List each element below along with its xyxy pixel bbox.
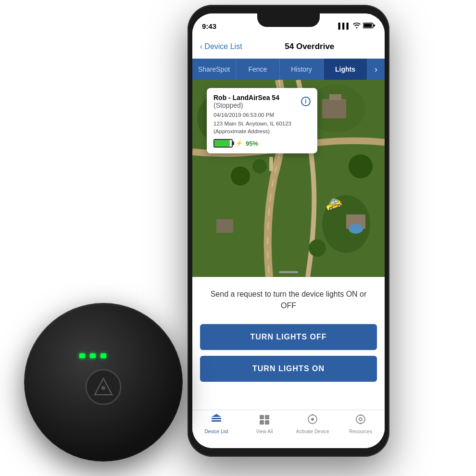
turn-lights-off-button[interactable]: TURN LIGHTS OFF <box>200 324 377 350</box>
tab-sharespot[interactable]: ShareSpot <box>192 59 236 80</box>
svg-point-20 <box>309 239 326 257</box>
tracker-leds <box>79 353 106 358</box>
svg-rect-22 <box>269 157 273 171</box>
svg-point-21 <box>349 224 363 234</box>
led-2 <box>90 353 96 358</box>
svg-rect-13 <box>322 99 346 118</box>
led-3 <box>100 353 106 358</box>
resources-nav-icon <box>355 414 366 427</box>
back-label: Device List <box>204 42 242 51</box>
svg-point-2 <box>101 386 105 390</box>
popup-address: 123 Main St. Anytown, IL 60123 (Approxim… <box>213 120 311 135</box>
info-button[interactable]: i <box>301 97 311 106</box>
tracker-logo-icon <box>84 368 123 406</box>
popup-address-line2: (Approximate Address) <box>213 128 270 134</box>
signal-icon: ▌▌▌ <box>338 23 351 29</box>
view-all-nav-icon <box>259 414 270 427</box>
svg-point-33 <box>356 415 365 424</box>
activate-nav-label: Activate Device <box>296 429 329 434</box>
device-info-popup: Rob - LandAirSea 54 (Stopped) i 04/16/20… <box>207 88 317 153</box>
resources-nav-label: Resources <box>349 429 372 434</box>
charging-icon: ⚡ <box>236 140 243 147</box>
scroll-handle <box>279 271 298 273</box>
page-title: 54 Overdrive <box>242 42 377 51</box>
svg-point-18 <box>252 159 267 174</box>
svg-rect-23 <box>212 418 221 419</box>
led-1 <box>79 353 85 358</box>
svg-rect-14 <box>329 94 341 100</box>
popup-header: Rob - LandAirSea 54 (Stopped) i <box>213 94 311 109</box>
svg-point-17 <box>231 166 250 186</box>
phone-frame: 9:43 ▌▌▌ ‹ <box>188 5 389 457</box>
bottom-nav-activate[interactable]: Activate Device <box>288 414 337 434</box>
svg-rect-16 <box>216 219 233 233</box>
svg-point-34 <box>359 418 362 421</box>
svg-rect-29 <box>265 420 269 425</box>
svg-point-19 <box>349 154 373 178</box>
device-list-nav-label: Device List <box>205 429 228 434</box>
svg-point-31 <box>311 418 314 421</box>
popup-datetime: 04/16/2019 06:53:00 PM <box>213 112 311 118</box>
popup-status: (Stopped) <box>213 101 243 109</box>
svg-rect-24 <box>212 420 221 422</box>
popup-address-line1: 123 Main St. Anytown, IL 60123 <box>213 121 291 126</box>
wifi-icon <box>353 23 361 30</box>
svg-marker-25 <box>212 414 221 417</box>
battery-bar <box>213 139 233 148</box>
tab-lights[interactable]: Lights <box>324 59 367 80</box>
svg-rect-27 <box>265 415 269 419</box>
battery-icon <box>363 23 375 30</box>
nav-header: ‹ Device List 54 Overdrive <box>192 35 385 59</box>
lights-description: Send a request to turn the device lights… <box>192 277 385 321</box>
tracker-device <box>24 303 183 462</box>
view-all-nav-label: View All <box>256 429 273 434</box>
device-list-nav-icon <box>211 414 222 427</box>
battery-percentage: 95% <box>246 140 258 147</box>
turn-lights-on-button[interactable]: TURN LIGHTS ON <box>200 356 377 382</box>
back-chevron-icon: ‹ <box>200 42 202 51</box>
bottom-nav-resources[interactable]: Resources <box>337 414 385 434</box>
lights-section: Send a request to turn the device lights… <box>192 277 385 448</box>
bottom-nav-device-list[interactable]: Device List <box>192 414 240 434</box>
tab-fence[interactable]: Fence <box>236 59 280 80</box>
bottom-nav-view-all[interactable]: View All <box>240 414 288 434</box>
svg-rect-4 <box>364 24 372 27</box>
back-button[interactable]: ‹ Device List <box>200 42 242 51</box>
tab-history[interactable]: History <box>280 59 324 80</box>
arrow-right-icon: › <box>375 64 377 75</box>
battery-indicator: ⚡ 95% <box>213 139 311 148</box>
activate-nav-icon <box>307 414 318 427</box>
battery-fill <box>214 140 230 147</box>
status-time: 9:43 <box>202 22 216 30</box>
tabs-more-arrow[interactable]: › <box>367 59 385 80</box>
phone-screen: 9:43 ▌▌▌ ‹ <box>192 13 385 448</box>
bottom-navigation: Device List View All <box>192 410 385 448</box>
tabs-bar: ShareSpot Fence History Lights › <box>192 59 385 80</box>
phone-notch <box>257 13 320 27</box>
svg-rect-26 <box>260 415 264 419</box>
status-icons: ▌▌▌ <box>338 23 375 30</box>
svg-rect-28 <box>260 420 264 425</box>
popup-device-name: Rob - LandAirSea 54 <box>213 94 279 101</box>
svg-rect-5 <box>374 25 375 26</box>
